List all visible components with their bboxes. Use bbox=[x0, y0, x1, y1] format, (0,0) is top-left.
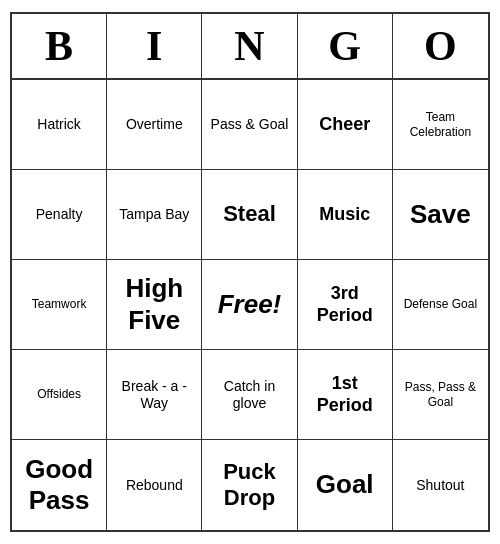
bingo-cell-12: Free! bbox=[202, 260, 297, 350]
bingo-cell-text-6: Tampa Bay bbox=[119, 206, 189, 223]
bingo-cell-5: Penalty bbox=[12, 170, 107, 260]
bingo-cell-text-13: 3rd Period bbox=[304, 283, 386, 326]
header-letter-o: O bbox=[393, 14, 488, 78]
bingo-cell-7: Steal bbox=[202, 170, 297, 260]
bingo-cell-text-9: Save bbox=[410, 199, 471, 230]
bingo-cell-text-3: Cheer bbox=[319, 114, 370, 136]
bingo-cell-3: Cheer bbox=[298, 80, 393, 170]
bingo-cell-19: Pass, Pass & Goal bbox=[393, 350, 488, 440]
bingo-cell-text-1: Overtime bbox=[126, 116, 183, 133]
bingo-cell-text-15: Offsides bbox=[37, 387, 81, 401]
bingo-cell-text-0: Hatrick bbox=[37, 116, 81, 133]
bingo-cell-text-10: Teamwork bbox=[32, 297, 87, 311]
bingo-cell-text-20: Good Pass bbox=[18, 454, 100, 516]
bingo-card: BINGO HatrickOvertimePass & GoalCheerTea… bbox=[10, 12, 490, 532]
bingo-cell-text-4: Team Celebration bbox=[399, 110, 482, 139]
bingo-cell-text-12: Free! bbox=[218, 289, 282, 320]
bingo-cell-2: Pass & Goal bbox=[202, 80, 297, 170]
bingo-cell-text-14: Defense Goal bbox=[404, 297, 477, 311]
header-letter-b: B bbox=[12, 14, 107, 78]
header-letter-i: I bbox=[107, 14, 202, 78]
bingo-cell-text-19: Pass, Pass & Goal bbox=[399, 380, 482, 409]
bingo-cell-text-5: Penalty bbox=[36, 206, 83, 223]
bingo-cell-24: Shutout bbox=[393, 440, 488, 530]
bingo-cell-4: Team Celebration bbox=[393, 80, 488, 170]
bingo-cell-text-18: 1st Period bbox=[304, 373, 386, 416]
bingo-cell-16: Break - a - Way bbox=[107, 350, 202, 440]
bingo-cell-text-2: Pass & Goal bbox=[211, 116, 289, 133]
bingo-header: BINGO bbox=[12, 14, 488, 80]
header-letter-g: G bbox=[298, 14, 393, 78]
bingo-cell-20: Good Pass bbox=[12, 440, 107, 530]
bingo-cell-6: Tampa Bay bbox=[107, 170, 202, 260]
bingo-cell-8: Music bbox=[298, 170, 393, 260]
bingo-cell-22: Puck Drop bbox=[202, 440, 297, 530]
bingo-cell-text-16: Break - a - Way bbox=[113, 378, 195, 412]
bingo-cell-1: Overtime bbox=[107, 80, 202, 170]
bingo-cell-10: Teamwork bbox=[12, 260, 107, 350]
bingo-cell-9: Save bbox=[393, 170, 488, 260]
bingo-grid: HatrickOvertimePass & GoalCheerTeam Cele… bbox=[12, 80, 488, 530]
header-letter-n: N bbox=[202, 14, 297, 78]
bingo-cell-18: 1st Period bbox=[298, 350, 393, 440]
bingo-cell-text-23: Goal bbox=[316, 469, 374, 500]
bingo-cell-14: Defense Goal bbox=[393, 260, 488, 350]
bingo-cell-text-11: High Five bbox=[113, 273, 195, 335]
bingo-cell-13: 3rd Period bbox=[298, 260, 393, 350]
bingo-cell-21: Rebound bbox=[107, 440, 202, 530]
bingo-cell-23: Goal bbox=[298, 440, 393, 530]
bingo-cell-0: Hatrick bbox=[12, 80, 107, 170]
bingo-cell-text-17: Catch in glove bbox=[208, 378, 290, 412]
bingo-cell-text-24: Shutout bbox=[416, 477, 464, 494]
bingo-cell-15: Offsides bbox=[12, 350, 107, 440]
bingo-cell-11: High Five bbox=[107, 260, 202, 350]
bingo-cell-17: Catch in glove bbox=[202, 350, 297, 440]
bingo-cell-text-8: Music bbox=[319, 204, 370, 226]
bingo-cell-text-22: Puck Drop bbox=[208, 459, 290, 512]
bingo-cell-text-21: Rebound bbox=[126, 477, 183, 494]
bingo-cell-text-7: Steal bbox=[223, 201, 276, 227]
